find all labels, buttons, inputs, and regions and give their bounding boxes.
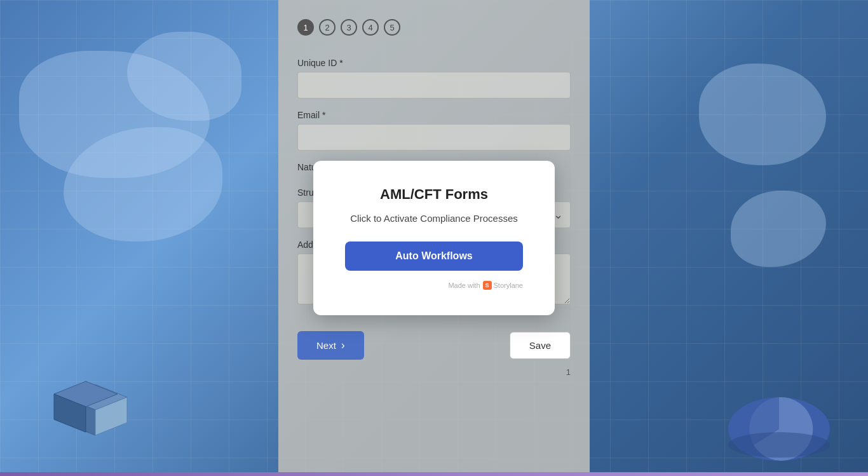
storylane-name: Storylane xyxy=(494,282,523,289)
modal-title: AML/CFT Forms xyxy=(345,186,523,203)
auto-workflows-button[interactable]: Auto Workflows xyxy=(345,241,523,271)
storylane-icon: S xyxy=(483,281,492,290)
modal-footer: Made with S Storylane xyxy=(345,281,523,290)
modal-overlay: AML/CFT Forms Click to Activate Complian… xyxy=(0,0,868,476)
storylane-brand: S Storylane xyxy=(483,281,523,290)
bottom-bar xyxy=(0,472,868,476)
footer-text: Made with xyxy=(448,282,480,289)
modal-subtitle: Click to Activate Compliance Processes xyxy=(345,213,523,224)
aml-cft-modal: AML/CFT Forms Click to Activate Complian… xyxy=(313,161,555,315)
